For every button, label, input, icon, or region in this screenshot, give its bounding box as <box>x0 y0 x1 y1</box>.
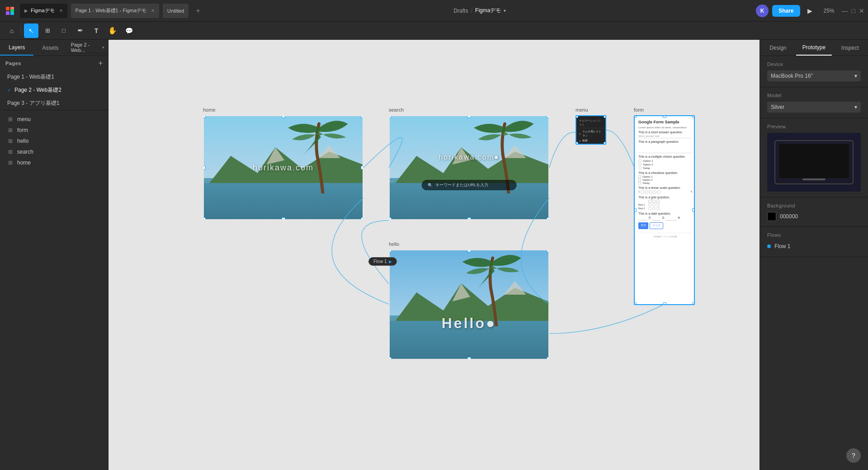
layer-icon-form: ⊞ <box>7 127 14 133</box>
tab-inspect[interactable]: Inspect <box>832 40 868 56</box>
form-handle-bm[interactable] <box>663 302 666 305</box>
page-item-1[interactable]: Page 1 - Web基礎1 <box>0 70 108 84</box>
tab-prototype[interactable]: Prototype <box>796 40 832 56</box>
tab-untitled[interactable]: Untitled <box>163 4 189 18</box>
frame-form[interactable]: form ⊞ Google Form Sample Lorem ipsum do… <box>634 115 695 305</box>
page-item-3[interactable]: Page 3 - アプリ基礎1 <box>0 97 108 110</box>
add-page-button[interactable]: + <box>99 60 103 67</box>
resize-handle-bm[interactable] <box>282 217 285 220</box>
resize-handle-br[interactable] <box>547 217 549 220</box>
resize-handle-tl[interactable] <box>203 115 206 118</box>
tab-design[interactable]: Design <box>760 40 796 56</box>
close-button[interactable]: ✕ <box>859 7 864 14</box>
user-avatar: K <box>756 5 769 17</box>
help-button[interactable]: ? <box>846 448 861 463</box>
page-item-2[interactable]: ✓ Page 2 - Web基礎2 <box>0 84 108 97</box>
background-color-value[interactable]: 000000 <box>780 213 798 220</box>
form-handle-mr[interactable] <box>692 208 695 212</box>
canvas[interactable]: home <box>108 40 760 470</box>
resize-handle-tr-menu[interactable] <box>604 115 606 118</box>
share-button[interactable]: Share <box>772 5 800 17</box>
resize-handle-bm[interactable] <box>467 217 471 220</box>
tool-hand[interactable]: ✋ <box>105 24 120 38</box>
resize-handle-bl[interactable] <box>203 217 206 220</box>
resize-handle-br-hello[interactable] <box>547 357 549 360</box>
tool-select[interactable]: ↖ <box>24 24 38 38</box>
tool-shape[interactable]: □ <box>57 24 71 38</box>
resize-handle-mr[interactable] <box>361 166 363 169</box>
form-handle-tl[interactable] <box>634 115 637 118</box>
form-handle-tr[interactable] <box>692 115 695 118</box>
tab-layers[interactable]: Layers <box>0 40 33 56</box>
tab-close-icon2[interactable]: ✕ <box>151 8 155 13</box>
resize-handle-br-menu[interactable] <box>604 142 606 145</box>
resize-handle-tl-hello[interactable] <box>389 249 392 252</box>
resize-handle-tm[interactable] <box>467 115 471 118</box>
resize-handle-tm-hello[interactable] <box>467 249 471 252</box>
tab-page1[interactable]: Page 1 - Web基礎1 - Figmaデモ ✕ <box>71 4 160 18</box>
resize-handle-tr[interactable] <box>361 115 363 118</box>
pages-header-label: Pages <box>5 61 21 66</box>
resize-handle-bm-hello[interactable] <box>467 357 471 360</box>
layer-item-home[interactable]: ⊞ home <box>0 157 108 168</box>
tool-text[interactable]: T <box>89 24 104 38</box>
resize-handle-tm[interactable] <box>282 115 285 118</box>
flow-play-icon[interactable]: ▶ <box>389 259 392 264</box>
layer-item-form[interactable]: ⊞ form <box>0 125 108 136</box>
resize-handle-tr-hello[interactable] <box>547 249 549 252</box>
tab-figma-demo[interactable]: ▶ Figmaデモ ✕ <box>20 4 67 18</box>
search-bar[interactable]: 🔍 キーワードまたはURLを入力 <box>421 180 517 190</box>
resize-handle-br[interactable] <box>361 217 363 220</box>
resize-handle-tl[interactable] <box>389 115 392 118</box>
flow-label[interactable]: Flow 1 ▶ <box>368 257 397 266</box>
background-color-swatch[interactable] <box>767 212 776 221</box>
frame-search[interactable]: search <box>389 115 549 220</box>
frame-hello[interactable]: hello <box>389 249 549 360</box>
device-selector[interactable]: MacBook Pro 16" ▾ <box>767 70 861 81</box>
tool-home[interactable]: ⌂ <box>5 24 18 37</box>
tool-comment[interactable]: 💬 <box>122 24 136 38</box>
tab-assets[interactable]: Assets <box>33 40 67 56</box>
form-handle-br[interactable] <box>692 302 695 305</box>
resize-handle-ml[interactable] <box>203 166 206 169</box>
layer-icon-search: ⊞ <box>7 149 14 155</box>
minimize-button[interactable]: — <box>842 7 848 14</box>
layer-icon-hello: ⊞ <box>7 138 14 144</box>
flows-section-label: Flows <box>767 232 861 238</box>
search-placeholder: キーワードまたはURLを入力 <box>435 182 488 188</box>
tool-pen[interactable]: ✒ <box>73 24 87 38</box>
breadcrumb-current: Page 2 - Web... <box>71 42 100 53</box>
breadcrumb-separator: / <box>471 7 472 14</box>
app-icon[interactable] <box>4 5 16 17</box>
add-tab-button[interactable]: + <box>192 5 203 17</box>
form-handle-tm[interactable] <box>663 115 666 118</box>
tool-frame[interactable]: ⊞ <box>40 24 55 38</box>
breadcrumb-drafts: Drafts <box>453 8 468 14</box>
frame-label-form: form <box>634 107 644 113</box>
tab-close-icon[interactable]: ✕ <box>59 8 63 13</box>
project-dropdown-icon[interactable]: ▾ <box>504 8 506 13</box>
maximize-button[interactable]: □ <box>852 7 855 14</box>
form-handle-ml[interactable] <box>634 208 637 212</box>
form-handle-bl[interactable] <box>634 302 637 305</box>
play-button[interactable]: ▶ <box>804 5 816 17</box>
layer-item-menu[interactable]: ⊞ menu <box>0 114 108 125</box>
frame-menu[interactable]: menu ナビゲーションリスト ●ラムネ用レストラン ●検索 ●ダウンロード ●… <box>576 115 606 145</box>
layer-item-hello[interactable]: ⊞ hello <box>0 136 108 146</box>
layer-icon-home: ⊞ <box>7 160 14 166</box>
resize-handle-bl-hello[interactable] <box>389 357 392 360</box>
frame-home[interactable]: home <box>203 115 363 220</box>
resize-handle-bl[interactable] <box>389 217 392 220</box>
background-section-label: Background <box>767 203 861 208</box>
resize-handle-tr[interactable] <box>547 115 549 118</box>
resize-handle-tl-menu[interactable] <box>576 115 578 118</box>
zoom-level[interactable]: 25% <box>820 6 838 16</box>
flow-item-1[interactable]: Flow 1 <box>767 241 861 251</box>
model-selector[interactable]: Silver ▾ <box>767 102 861 113</box>
frame-label-hello: hello <box>389 241 399 247</box>
resize-handle-bl-menu[interactable] <box>576 142 578 145</box>
frame-label-home: home <box>203 107 216 113</box>
hello-text: Hello● <box>442 315 497 332</box>
flow-label-text: Flow 1 <box>373 259 387 264</box>
layer-item-search[interactable]: ⊞ search <box>0 146 108 157</box>
